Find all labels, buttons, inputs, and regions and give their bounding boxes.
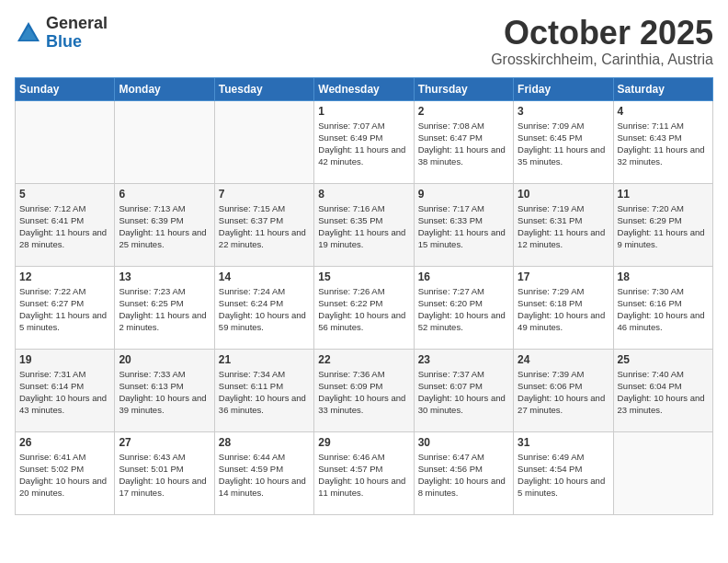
day-info: Sunrise: 7:27 AMSunset: 6:20 PMDaylight:… [418,285,509,334]
day-number: 27 [119,436,210,449]
calendar-week-row: 12 Sunrise: 7:22 AMSunset: 6:27 PMDaylig… [16,266,713,349]
weekday-header: Friday [514,77,613,100]
weekday-header: Sunday [16,77,115,100]
day-number: 30 [418,436,509,449]
page-header: General Blue October 2025 Grosskirchheim… [15,15,713,68]
weekday-header: Monday [115,77,214,100]
day-info: Sunrise: 7:17 AMSunset: 6:33 PMDaylight:… [418,202,509,251]
calendar-week-row: 1 Sunrise: 7:07 AMSunset: 6:49 PMDayligh… [16,100,713,183]
calendar-day-cell: 8 Sunrise: 7:16 AMSunset: 6:35 PMDayligh… [314,183,414,266]
calendar-table: SundayMondayTuesdayWednesdayThursdayFrid… [15,77,713,515]
calendar-week-row: 26 Sunrise: 6:41 AMSunset: 5:02 PMDaylig… [16,431,713,514]
calendar-day-cell [115,100,214,183]
calendar-day-cell: 4 Sunrise: 7:11 AMSunset: 6:43 PMDayligh… [613,100,712,183]
calendar-day-cell: 3 Sunrise: 7:09 AMSunset: 6:45 PMDayligh… [514,100,613,183]
calendar-day-cell: 6 Sunrise: 7:13 AMSunset: 6:39 PMDayligh… [115,183,214,266]
calendar-day-cell: 15 Sunrise: 7:26 AMSunset: 6:22 PMDaylig… [314,266,414,349]
calendar-day-cell [16,100,115,183]
calendar-day-cell: 10 Sunrise: 7:19 AMSunset: 6:31 PMDaylig… [514,183,613,266]
day-info: Sunrise: 6:41 AMSunset: 5:02 PMDaylight:… [19,451,110,500]
day-info: Sunrise: 6:44 AMSunset: 4:59 PMDaylight:… [219,451,310,500]
day-number: 1 [318,105,409,118]
day-info: Sunrise: 7:31 AMSunset: 6:14 PMDaylight:… [19,368,110,417]
day-number: 20 [119,353,210,366]
day-info: Sunrise: 7:15 AMSunset: 6:37 PMDaylight:… [219,202,310,251]
day-number: 7 [219,188,310,201]
day-number: 17 [518,270,609,283]
calendar-week-row: 5 Sunrise: 7:12 AMSunset: 6:41 PMDayligh… [16,183,713,266]
day-number: 2 [418,105,509,118]
day-number: 10 [518,188,609,201]
calendar-day-cell: 13 Sunrise: 7:23 AMSunset: 6:25 PMDaylig… [115,266,214,349]
day-info: Sunrise: 7:12 AMSunset: 6:41 PMDaylight:… [19,202,110,251]
day-info: Sunrise: 7:34 AMSunset: 6:11 PMDaylight:… [219,368,310,417]
day-info: Sunrise: 7:39 AMSunset: 6:06 PMDaylight:… [518,368,609,417]
calendar-day-cell: 14 Sunrise: 7:24 AMSunset: 6:24 PMDaylig… [214,266,313,349]
logo: General Blue [15,15,108,52]
day-info: Sunrise: 7:16 AMSunset: 6:35 PMDaylight:… [318,202,409,251]
day-info: Sunrise: 7:07 AMSunset: 6:49 PMDaylight:… [318,120,409,168]
calendar-day-cell: 5 Sunrise: 7:12 AMSunset: 6:41 PMDayligh… [16,183,115,266]
day-info: Sunrise: 7:11 AMSunset: 6:43 PMDaylight:… [618,120,709,168]
calendar-day-cell: 12 Sunrise: 7:22 AMSunset: 6:27 PMDaylig… [16,266,115,349]
calendar-day-cell: 18 Sunrise: 7:30 AMSunset: 6:16 PMDaylig… [613,266,712,349]
logo-general: General [46,15,108,33]
calendar-day-cell: 9 Sunrise: 7:17 AMSunset: 6:33 PMDayligh… [414,183,513,266]
day-number: 3 [518,105,609,118]
calendar-day-cell: 21 Sunrise: 7:34 AMSunset: 6:11 PMDaylig… [214,349,313,431]
day-number: 23 [418,353,509,366]
calendar-day-cell: 26 Sunrise: 6:41 AMSunset: 5:02 PMDaylig… [16,431,115,514]
day-number: 8 [318,188,409,201]
calendar-day-cell: 25 Sunrise: 7:40 AMSunset: 6:04 PMDaylig… [613,349,712,431]
day-number: 16 [418,270,509,283]
day-info: Sunrise: 7:19 AMSunset: 6:31 PMDaylight:… [518,202,609,251]
day-info: Sunrise: 7:26 AMSunset: 6:22 PMDaylight:… [318,285,409,334]
calendar-day-cell: 19 Sunrise: 7:31 AMSunset: 6:14 PMDaylig… [16,349,115,431]
day-number: 6 [119,188,210,201]
logo-icon [15,19,42,47]
calendar-day-cell: 30 Sunrise: 6:47 AMSunset: 4:56 PMDaylig… [414,431,513,514]
weekday-header-row: SundayMondayTuesdayWednesdayThursdayFrid… [16,77,713,100]
day-number: 9 [418,188,509,201]
day-info: Sunrise: 7:08 AMSunset: 6:47 PMDaylight:… [418,120,509,168]
title-block: October 2025 Grosskirchheim, Carinthia, … [491,15,713,68]
day-number: 31 [518,436,609,449]
calendar-day-cell: 22 Sunrise: 7:36 AMSunset: 6:09 PMDaylig… [314,349,414,431]
day-info: Sunrise: 7:29 AMSunset: 6:18 PMDaylight:… [518,285,609,334]
calendar-day-cell: 17 Sunrise: 7:29 AMSunset: 6:18 PMDaylig… [514,266,613,349]
day-number: 26 [19,436,110,449]
calendar-day-cell: 31 Sunrise: 6:49 AMSunset: 4:54 PMDaylig… [514,431,613,514]
day-number: 25 [618,353,709,366]
logo-text: General Blue [46,15,108,52]
day-info: Sunrise: 6:49 AMSunset: 4:54 PMDaylight:… [518,451,609,500]
day-info: Sunrise: 6:46 AMSunset: 4:57 PMDaylight:… [318,451,409,500]
weekday-header: Wednesday [314,77,414,100]
day-number: 5 [19,188,110,201]
day-number: 18 [618,270,709,283]
day-info: Sunrise: 7:36 AMSunset: 6:09 PMDaylight:… [318,368,409,417]
day-number: 28 [219,436,310,449]
day-info: Sunrise: 7:40 AMSunset: 6:04 PMDaylight:… [618,368,709,417]
day-number: 21 [219,353,310,366]
day-number: 24 [518,353,609,366]
day-number: 12 [19,270,110,283]
day-info: Sunrise: 7:30 AMSunset: 6:16 PMDaylight:… [618,285,709,334]
calendar-day-cell: 28 Sunrise: 6:44 AMSunset: 4:59 PMDaylig… [214,431,313,514]
day-info: Sunrise: 6:47 AMSunset: 4:56 PMDaylight:… [418,451,509,500]
calendar-day-cell [613,431,712,514]
calendar-day-cell: 2 Sunrise: 7:08 AMSunset: 6:47 PMDayligh… [414,100,513,183]
calendar-day-cell: 27 Sunrise: 6:43 AMSunset: 5:01 PMDaylig… [115,431,214,514]
calendar-day-cell: 16 Sunrise: 7:27 AMSunset: 6:20 PMDaylig… [414,266,513,349]
weekday-header: Saturday [613,77,712,100]
calendar-day-cell: 11 Sunrise: 7:20 AMSunset: 6:29 PMDaylig… [613,183,712,266]
weekday-header: Tuesday [214,77,313,100]
location-title: Grosskirchheim, Carinthia, Austria [491,52,713,68]
day-info: Sunrise: 7:22 AMSunset: 6:27 PMDaylight:… [19,285,110,334]
day-number: 14 [219,270,310,283]
day-info: Sunrise: 7:24 AMSunset: 6:24 PMDaylight:… [219,285,310,334]
logo-blue: Blue [46,33,108,52]
day-info: Sunrise: 7:33 AMSunset: 6:13 PMDaylight:… [119,368,210,417]
day-info: Sunrise: 7:37 AMSunset: 6:07 PMDaylight:… [418,368,509,417]
day-info: Sunrise: 7:23 AMSunset: 6:25 PMDaylight:… [119,285,210,334]
month-title: October 2025 [491,15,713,52]
